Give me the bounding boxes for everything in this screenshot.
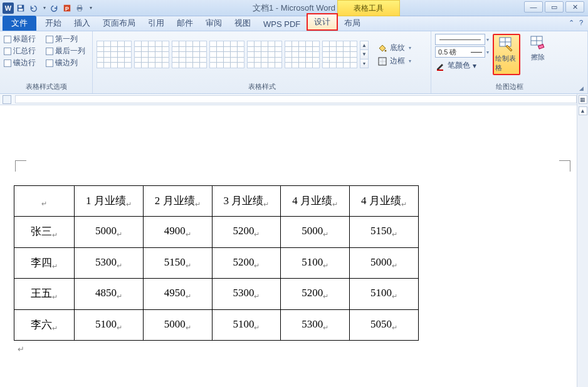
table-cell[interactable]: 5200↵: [281, 279, 350, 309]
border-icon: [377, 56, 387, 66]
checkbox-header-row[interactable]: 标题行: [4, 34, 39, 44]
restore-button[interactable]: ▭: [545, 1, 564, 13]
table-style-swatch[interactable]: [322, 41, 357, 68]
minimize-button[interactable]: —: [524, 1, 543, 13]
table-style-swatch[interactable]: [209, 41, 244, 68]
horizontal-ruler[interactable]: [0, 94, 588, 105]
minimize-ribbon-icon[interactable]: ⌃: [569, 19, 574, 27]
checkbox-last-column[interactable]: 最后一列: [46, 46, 89, 56]
table-cell[interactable]: 5000↵: [75, 217, 144, 247]
label-banded-rows: 镶边行: [13, 58, 36, 68]
tab-layout[interactable]: 布局: [338, 16, 367, 31]
table-cell[interactable]: 李六↵: [14, 309, 75, 340]
checkbox-total-row[interactable]: 汇总行: [4, 46, 39, 56]
pen-color-button[interactable]: 笔颜色▾: [435, 59, 489, 72]
tab-design[interactable]: 设计: [307, 13, 338, 31]
table-cell[interactable]: 5100↵: [350, 279, 419, 309]
svg-rect-12: [437, 70, 443, 71]
tab-pagelayout[interactable]: 页面布局: [97, 16, 142, 31]
tab-mailings[interactable]: 邮件: [171, 16, 199, 31]
table-cell[interactable]: 5150↵: [350, 217, 419, 247]
table-style-swatch[interactable]: [134, 41, 169, 68]
eraser-icon: [530, 35, 546, 51]
checkbox-first-column[interactable]: 第一列: [46, 34, 89, 44]
table-cell[interactable]: 5000↵: [281, 217, 350, 247]
tab-insert[interactable]: 插入: [68, 16, 97, 31]
table-row: ↵ 1 月业绩↵ 2 月业绩↵ 3 月业绩↵ 4 月业绩↵ 4 月业绩↵: [14, 186, 419, 217]
table-cell[interactable]: 4900↵: [143, 217, 212, 247]
shading-button[interactable]: 底纹▾: [375, 41, 414, 54]
tab-wpspdf[interactable]: WPS PDF: [257, 18, 307, 31]
gallery-scroll-up-icon[interactable]: ▲: [360, 41, 368, 50]
ruler-toggle-icon[interactable]: ▦: [579, 95, 587, 104]
titlebar: W ▾ P ▾ 文档1 - Microsoft Word 表格工具 — ▭ ✕: [0, 0, 588, 16]
draw-table-button[interactable]: 绘制表格: [493, 34, 520, 75]
table-header-cell[interactable]: 1 月业绩↵: [75, 186, 144, 217]
table-cell[interactable]: 5300↵: [75, 247, 144, 278]
vertical-scrollbar[interactable]: ▦ ▲: [577, 94, 588, 387]
word-icon[interactable]: W: [3, 3, 14, 14]
table-header-cell[interactable]: ↵: [14, 186, 75, 217]
powerpoint-icon[interactable]: P: [61, 3, 73, 14]
save-icon[interactable]: [15, 3, 26, 14]
tab-home[interactable]: 开始: [39, 16, 68, 31]
table-cell[interactable]: 5200↵: [212, 217, 281, 247]
table-cell[interactable]: 5000↵: [143, 309, 212, 340]
ruler-corner[interactable]: [3, 95, 11, 104]
table-cell[interactable]: 4950↵: [143, 279, 212, 309]
table-style-swatch[interactable]: [247, 41, 282, 68]
gallery-expand-icon[interactable]: ▾: [360, 59, 368, 68]
performance-table[interactable]: ↵ 1 月业绩↵ 2 月业绩↵ 3 月业绩↵ 4 月业绩↵ 4 月业绩↵ 张三↵…: [14, 185, 419, 341]
pen-style-dropdown[interactable]: [435, 34, 485, 45]
table-cell[interactable]: 5000↵: [350, 247, 419, 278]
tab-review[interactable]: 审阅: [199, 16, 228, 31]
close-button[interactable]: ✕: [565, 1, 584, 13]
table-cell[interactable]: 王五↵: [14, 279, 75, 309]
chevron-down-icon: ▾: [473, 61, 476, 70]
table-cell[interactable]: 4850↵: [75, 279, 144, 309]
svg-text:P: P: [65, 5, 69, 11]
table-header-cell[interactable]: 4 月业绩↵: [350, 186, 419, 217]
help-icon[interactable]: ?: [579, 19, 583, 27]
tab-file[interactable]: 文件: [3, 16, 36, 31]
group-launcher-icon[interactable]: ◢: [579, 85, 585, 91]
scroll-up-icon[interactable]: ▲: [579, 106, 587, 115]
tab-references[interactable]: 引用: [142, 16, 171, 31]
table-style-swatch[interactable]: [97, 41, 132, 68]
eraser-label: 擦除: [531, 53, 545, 62]
table-cell[interactable]: 5100↵: [281, 247, 350, 278]
table-cell[interactable]: 5200↵: [212, 247, 281, 278]
print-icon[interactable]: [74, 3, 85, 14]
qat-customize-icon[interactable]: ▾: [88, 3, 94, 14]
table-cell[interactable]: 5100↵: [212, 309, 281, 340]
pen-weight-dropdown[interactable]: 0.5 磅: [435, 46, 485, 58]
table-cell[interactable]: 5300↵: [281, 309, 350, 340]
gallery-scroll-down-icon[interactable]: ▼: [360, 50, 368, 59]
undo-dropdown-icon[interactable]: ▾: [41, 3, 48, 14]
label-header-row: 标题行: [13, 34, 36, 44]
shading-label: 底纹: [390, 43, 405, 53]
table-style-swatch[interactable]: [285, 41, 320, 68]
eraser-button[interactable]: 擦除: [524, 34, 552, 63]
bucket-icon: [377, 43, 387, 53]
table-style-swatch[interactable]: [172, 41, 207, 68]
redo-icon[interactable]: [49, 3, 60, 14]
checkbox-banded-cols[interactable]: 镶边列: [46, 58, 89, 68]
table-cell[interactable]: 李四↵: [14, 247, 75, 278]
table-cell[interactable]: 5300↵: [212, 279, 281, 309]
table-cell[interactable]: 5150↵: [143, 247, 212, 278]
contextual-tab-table-tools[interactable]: 表格工具: [337, 0, 400, 16]
table-cell[interactable]: 5050↵: [350, 309, 419, 340]
table-header-cell[interactable]: 3 月业绩↵: [212, 186, 281, 217]
table-header-cell[interactable]: 4 月业绩↵: [281, 186, 350, 217]
borders-button[interactable]: 边框▾: [375, 54, 414, 68]
table-cell[interactable]: 5100↵: [75, 309, 144, 340]
tab-view[interactable]: 视图: [228, 16, 257, 31]
undo-icon[interactable]: [28, 3, 39, 14]
table-header-cell[interactable]: 2 月业绩↵: [143, 186, 212, 217]
crop-mark: [15, 160, 26, 172]
checkbox-banded-rows[interactable]: 镶边行: [4, 58, 39, 68]
document-area[interactable]: ↵ 1 月业绩↵ 2 月业绩↵ 3 月业绩↵ 4 月业绩↵ 4 月业绩↵ 张三↵…: [0, 105, 577, 387]
table-cell[interactable]: 张三↵: [14, 217, 75, 247]
group-table-style-options: 标题行 第一列 汇总行 最后一列 镶边行 镶边列 表格样式选项: [0, 31, 93, 93]
